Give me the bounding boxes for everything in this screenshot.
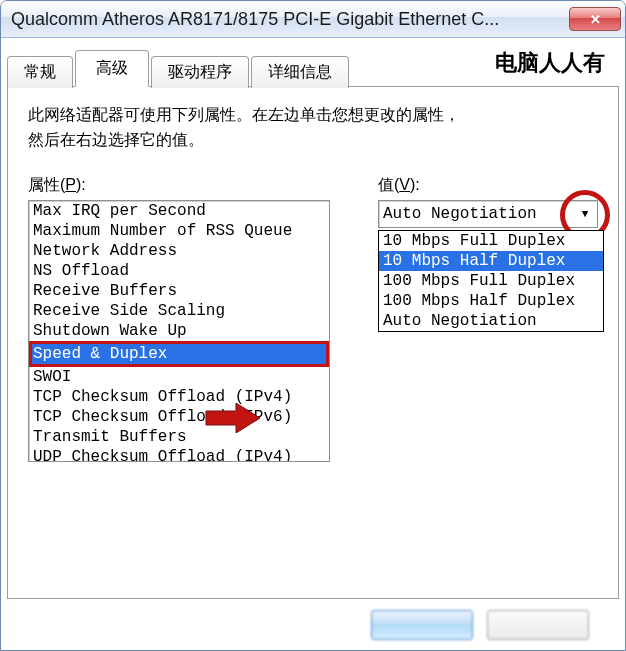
instruction-text: 此网络适配器可使用下列属性。在左边单击您想更改的属性， 然后在右边选择它的值。: [28, 103, 598, 153]
list-item[interactable]: Receive Buffers: [29, 281, 329, 301]
content-area: 常规 高级 驱动程序 详细信息 电脑人人有 此网络适配器可使用下列属性。在左边单…: [1, 38, 625, 650]
dropdown-option[interactable]: 100 Mbps Half Duplex: [379, 291, 603, 311]
tab-strip: 常规 高级 驱动程序 详细信息 电脑人人有: [7, 50, 619, 87]
watermark-text: 电脑人人有: [495, 48, 605, 78]
list-item[interactable]: Max IRQ per Second: [29, 201, 329, 221]
list-item[interactable]: NS Offload: [29, 261, 329, 281]
list-item[interactable]: Receive Side Scaling: [29, 301, 329, 321]
tab-general[interactable]: 常规: [7, 56, 73, 88]
value-combo-wrap: Auto Negotiation ▼ 10 Mbps Full Duplex10…: [378, 200, 598, 228]
dialog-footer: [7, 600, 619, 650]
value-column: 值(V): Auto Negotiation ▼ 10 Mbps Full Du…: [378, 175, 598, 578]
list-item[interactable]: Maximum Number of RSS Queue: [29, 221, 329, 241]
property-label: 属性(P):: [28, 175, 330, 196]
device-properties-window: Qualcomm Atheros AR8171/8175 PCI-E Gigab…: [0, 0, 626, 651]
chevron-down-icon: ▼: [575, 204, 595, 224]
property-listbox[interactable]: Max IRQ per SecondMaximum Number of RSS …: [28, 200, 330, 462]
titlebar: Qualcomm Atheros AR8171/8175 PCI-E Gigab…: [1, 1, 625, 38]
tab-driver[interactable]: 驱动程序: [151, 56, 249, 88]
dropdown-option[interactable]: Auto Negotiation: [379, 311, 603, 331]
list-item[interactable]: SWOI: [29, 367, 329, 387]
list-item[interactable]: Transmit Buffers: [29, 427, 329, 447]
value-combobox[interactable]: Auto Negotiation ▼: [378, 200, 598, 228]
list-item[interactable]: Speed & Duplex: [29, 341, 329, 367]
dropdown-option[interactable]: 10 Mbps Half Duplex: [379, 251, 603, 271]
list-item[interactable]: Network Address: [29, 241, 329, 261]
close-button[interactable]: ✕: [569, 7, 621, 31]
list-item[interactable]: TCP Checksum Offload (IPv6): [29, 407, 329, 427]
ok-button[interactable]: [371, 610, 473, 640]
tab-panel-advanced: 此网络适配器可使用下列属性。在左边单击您想更改的属性， 然后在右边选择它的值。 …: [7, 86, 619, 599]
dropdown-option[interactable]: 10 Mbps Full Duplex: [379, 231, 603, 251]
close-icon: ✕: [590, 12, 601, 27]
dropdown-option[interactable]: 100 Mbps Full Duplex: [379, 271, 603, 291]
value-label: 值(V):: [378, 175, 598, 196]
value-combobox-text: Auto Negotiation: [383, 205, 537, 223]
two-column-layout: 属性(P): Max IRQ per SecondMaximum Number …: [28, 175, 598, 578]
cancel-button[interactable]: [487, 610, 589, 640]
tab-advanced[interactable]: 高级: [75, 50, 149, 87]
property-column: 属性(P): Max IRQ per SecondMaximum Number …: [28, 175, 330, 578]
window-title: Qualcomm Atheros AR8171/8175 PCI-E Gigab…: [11, 9, 569, 30]
value-dropdown-list[interactable]: 10 Mbps Full Duplex10 Mbps Half Duplex10…: [378, 230, 604, 332]
tab-details[interactable]: 详细信息: [251, 56, 349, 88]
list-item[interactable]: Shutdown Wake Up: [29, 321, 329, 341]
list-item[interactable]: TCP Checksum Offload (IPv4): [29, 387, 329, 407]
list-item[interactable]: UDP Checksum Offload (IPv4): [29, 447, 329, 462]
